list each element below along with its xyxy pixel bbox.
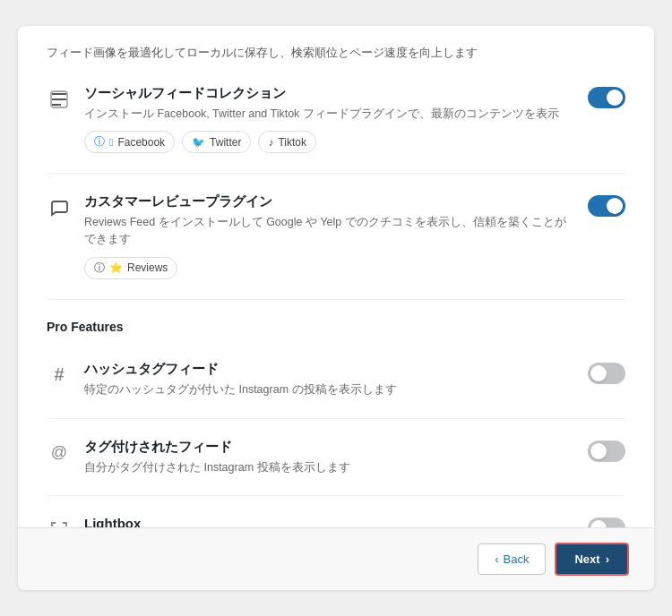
top-description: フィード画像を最適化してローカルに保存し、検索順位とページ速度を向上します	[47, 26, 625, 65]
next-chevron-icon: ›	[606, 552, 609, 566]
tag-twitter: 🐦 Twitter	[182, 131, 251, 153]
lightbox-slider	[588, 518, 625, 527]
lightbox-left: Lightbox サイト上のポップアップライトボックスで写真や動画を直接表示しま…	[47, 516, 570, 527]
social-feed-tags: ⓘ  Facebook 🐦 Twitter ♪ Tiktok	[84, 131, 570, 153]
social-feed-left: ソーシャルフィードコレクション インストール Facebook, Twitter…	[47, 85, 570, 154]
hashtag-feed-toggle[interactable]	[588, 363, 625, 384]
lightbox-text: Lightbox サイト上のポップアップライトボックスで写真や動画を直接表示しま…	[84, 516, 570, 527]
review-info-icon: ⓘ	[94, 261, 105, 276]
tagged-feed-slider	[588, 441, 625, 462]
social-feed-toggle-wrapper	[588, 87, 625, 112]
hashtag-feed-title: ハッシュタグフィード	[84, 361, 570, 378]
customer-review-item: カスタマーレビュープラグイン Reviews Feed をインストールして Go…	[47, 174, 625, 300]
tagged-feed-title: タグ付けされたフィード	[84, 439, 570, 456]
social-feed-title: ソーシャルフィードコレクション	[84, 85, 570, 102]
hashtag-feed-item: # ハッシュタグフィード 特定のハッシュタグが付いた Instagram の投稿…	[47, 341, 625, 419]
info-icon: ⓘ	[94, 134, 105, 150]
hashtag-feed-desc: 特定のハッシュタグが付いた Instagram の投稿を表示します	[84, 381, 570, 398]
at-icon: @	[47, 441, 72, 466]
customer-review-left: カスタマーレビュープラグイン Reviews Feed をインストールして Go…	[47, 193, 570, 279]
hashtag-icon: #	[47, 363, 72, 388]
customer-review-desc: Reviews Feed をインストールして Google や Yelp でのク…	[84, 214, 570, 248]
social-feed-slider	[588, 87, 625, 108]
customer-review-tags: ⓘ ⭐ Reviews	[84, 257, 570, 279]
social-feed-desc: インストール Facebook, Twitter and Tiktok フィード…	[84, 106, 570, 123]
tag-tiktok: ♪ Tiktok	[258, 131, 316, 153]
twitter-label: Twitter	[210, 136, 241, 149]
customer-review-text: カスタマーレビュープラグイン Reviews Feed をインストールして Go…	[84, 193, 570, 279]
pro-features-header: Pro Features	[47, 300, 625, 341]
tiktok-label: Tiktok	[278, 136, 306, 149]
tag-reviews: ⓘ ⭐ Reviews	[84, 257, 177, 279]
lightbox-icon	[47, 518, 72, 527]
back-button[interactable]: ‹ Back	[478, 543, 546, 575]
hashtag-feed-text: ハッシュタグフィード 特定のハッシュタグが付いた Instagram の投稿を表…	[84, 361, 570, 398]
tiktok-icon: ♪	[268, 136, 273, 149]
twitter-icon: 🐦	[192, 136, 205, 149]
tag-facebook: ⓘ  Facebook	[84, 131, 175, 153]
lightbox-toggle-wrapper	[588, 518, 625, 527]
hashtag-feed-toggle-wrapper	[588, 363, 625, 388]
customer-review-slider	[588, 195, 625, 217]
tagged-feed-text: タグ付けされたフィード 自分がタグ付けされた Instagram 投稿を表示しま…	[84, 439, 570, 476]
lightbox-item: Lightbox サイト上のポップアップライトボックスで写真や動画を直接表示しま…	[47, 496, 625, 527]
lightbox-toggle[interactable]	[588, 518, 625, 527]
social-feed-text: ソーシャルフィードコレクション インストール Facebook, Twitter…	[84, 85, 570, 154]
customer-review-toggle[interactable]	[588, 195, 625, 217]
tagged-feed-desc: 自分がタグ付けされた Instagram 投稿を表示します	[84, 459, 570, 476]
hashtag-feed-slider	[588, 363, 625, 384]
tagged-feed-item: @ タグ付けされたフィード 自分がタグ付けされた Instagram 投稿を表示…	[47, 419, 625, 497]
customer-review-title: カスタマーレビュープラグイン	[84, 193, 570, 210]
tagged-feed-toggle[interactable]	[588, 441, 625, 462]
reviews-icon: ⭐	[109, 261, 123, 274]
next-button[interactable]: Next ›	[555, 543, 629, 576]
hashtag-feed-left: # ハッシュタグフィード 特定のハッシュタグが付いた Instagram の投稿…	[47, 361, 570, 398]
lightbox-title: Lightbox	[84, 516, 570, 527]
tagged-feed-toggle-wrapper	[588, 441, 625, 466]
social-feed-toggle[interactable]	[588, 87, 625, 108]
footer: ‹ Back Next ›	[18, 527, 654, 590]
customer-review-toggle-wrapper	[588, 195, 625, 220]
social-feed-icon	[47, 87, 72, 112]
main-container: フィード画像を最適化してローカルに保存し、検索順位とページ速度を向上します ソー…	[18, 26, 654, 590]
content-area: フィード画像を最適化してローカルに保存し、検索順位とページ速度を向上します ソー…	[18, 26, 654, 527]
facebook-icon: 	[109, 136, 113, 149]
tagged-feed-left: @ タグ付けされたフィード 自分がタグ付けされた Instagram 投稿を表示…	[47, 439, 570, 476]
back-chevron-icon: ‹	[495, 552, 498, 566]
social-feed-item: ソーシャルフィードコレクション インストール Facebook, Twitter…	[47, 65, 625, 175]
customer-review-icon	[47, 195, 72, 220]
next-label: Next	[574, 552, 599, 566]
back-label: Back	[504, 552, 530, 566]
facebook-label: Facebook	[117, 136, 165, 149]
reviews-label: Reviews	[127, 261, 168, 274]
